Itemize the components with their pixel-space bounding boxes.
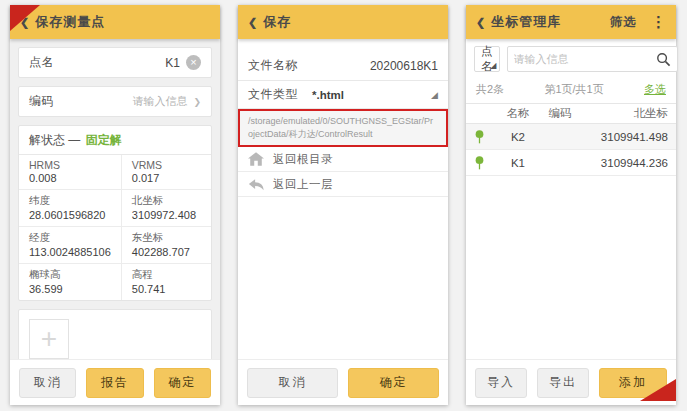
- row-name: K1: [492, 157, 544, 169]
- metric-east: 东坐标 402288.707: [121, 227, 211, 264]
- reply-arrow-icon: [248, 178, 264, 191]
- back-to-root-label: 返回根目录: [273, 152, 333, 167]
- back-icon[interactable]: ❮: [476, 16, 485, 29]
- export-button[interactable]: 导出: [537, 368, 589, 398]
- save-point-footer: 取消 报告 确定: [10, 359, 220, 405]
- file-name-value: 20200618K1: [370, 59, 438, 73]
- total-count: 共2条: [476, 82, 504, 97]
- point-name-label: 点名: [29, 54, 54, 71]
- file-type-field[interactable]: 文件类型 *.html ◢: [238, 81, 448, 109]
- dropdown-icon: ◢: [490, 61, 496, 70]
- metric-vrms: VRMS 0.017: [121, 155, 211, 190]
- code-field[interactable]: 编码 请输入信息 ❯: [18, 86, 212, 117]
- search-field-selector[interactable]: 点名 ◢: [474, 46, 500, 72]
- table-row[interactable]: K1 3109944.236: [466, 150, 676, 176]
- back-to-parent-label: 返回上一层: [273, 177, 333, 192]
- search-input[interactable]: [514, 53, 656, 65]
- ok-button[interactable]: 确定: [154, 368, 211, 398]
- file-type-label: 文件类型: [248, 86, 298, 103]
- row-north: 3109941.498: [576, 131, 668, 143]
- metrics-grid: HRMS 0.008 VRMS 0.017 纬度 28.0601596820 北…: [19, 155, 211, 300]
- metric-longitude: 经度 113.0024885106: [19, 227, 121, 264]
- back-icon[interactable]: ❮: [248, 16, 257, 29]
- page-title: 保存: [263, 13, 291, 31]
- clear-icon[interactable]: ×: [186, 55, 201, 70]
- save-point-header: ❮ 保存测量点: [10, 5, 220, 39]
- list-summary: 共2条 第1页/共1页 多选: [466, 78, 676, 104]
- overflow-menu-icon[interactable]: ⋮: [651, 13, 666, 31]
- col-code: 编码: [544, 106, 576, 121]
- cancel-button[interactable]: 取消: [247, 368, 338, 398]
- save-file-footer: 取消 确定: [238, 359, 448, 405]
- coord-library-header: ❮ 坐标管理库 筛选 ⋮: [466, 5, 676, 39]
- search-icon[interactable]: [656, 52, 671, 67]
- annotation-corner-icon: [10, 5, 40, 31]
- metric-hrms: HRMS 0.008: [19, 155, 121, 190]
- add-photo-icon[interactable]: +: [29, 319, 69, 359]
- page-title: 坐标管理库: [491, 13, 561, 31]
- solution-status-value: 固定解: [86, 133, 122, 147]
- ok-button[interactable]: 确定: [348, 368, 439, 398]
- metric-elevation: 高程 50.741: [121, 264, 211, 300]
- row-north: 3109944.236: [576, 157, 668, 169]
- annotation-corner-icon: [640, 379, 676, 401]
- solution-status-label: 解状态 —: [29, 133, 80, 147]
- point-pin-icon: [466, 156, 492, 170]
- point-name-value: K1: [165, 56, 180, 70]
- import-button[interactable]: 导入: [475, 368, 527, 398]
- col-name: 名称: [492, 106, 544, 121]
- report-button[interactable]: 报告: [86, 368, 143, 398]
- file-name-label: 文件名称: [248, 57, 298, 74]
- cancel-button[interactable]: 取消: [19, 368, 76, 398]
- page-indicator: 第1页/共1页: [544, 82, 603, 97]
- home-icon: [248, 152, 264, 166]
- page-title: 保存测量点: [35, 13, 105, 31]
- screenshot-canvas: ❮ 保存测量点 点名 K1 × 编码 请输入信息 ❯ 解状态 — 固定解: [0, 0, 687, 411]
- current-path: /storage/emulated/0/SOUTHGNSS_EGStar/Pro…: [238, 109, 448, 147]
- table-body: K2 3109941.498 K1 3109944.236: [466, 124, 676, 176]
- back-to-parent-item[interactable]: 返回上一层: [238, 172, 448, 197]
- back-to-root-item[interactable]: 返回根目录: [238, 147, 448, 172]
- panel-save-file: ❮ 保存 文件名称 20200618K1 文件类型 *.html ◢ /stor…: [238, 5, 448, 405]
- file-name-field[interactable]: 文件名称 20200618K1: [238, 51, 448, 81]
- metric-latitude: 纬度 28.0601596820: [19, 190, 121, 227]
- table-header: 名称 编码 北坐标: [466, 104, 676, 124]
- filter-button[interactable]: 筛选: [610, 14, 637, 31]
- metric-north: 北坐标 3109972.408: [121, 190, 211, 227]
- point-pin-icon: [466, 130, 492, 144]
- dropdown-icon[interactable]: ◢: [431, 90, 438, 100]
- solution-info-card: 解状态 — 固定解 HRMS 0.008 VRMS 0.017 纬度 28.06…: [18, 125, 212, 301]
- search-bar: 点名 ◢: [466, 39, 676, 78]
- save-file-header: ❮ 保存: [238, 5, 448, 39]
- chevron-right-icon: ❯: [193, 97, 201, 107]
- point-name-field[interactable]: 点名 K1 ×: [18, 47, 212, 78]
- row-name: K2: [492, 131, 544, 143]
- file-type-value: *.html: [312, 89, 344, 101]
- multi-select-link[interactable]: 多选: [644, 82, 666, 97]
- col-north: 北坐标: [576, 106, 668, 121]
- table-row[interactable]: K2 3109941.498: [466, 124, 676, 150]
- metric-ellipsoid-height: 椭球高 36.599: [19, 264, 121, 300]
- code-label: 编码: [29, 93, 54, 110]
- panel-coordinate-library: ❮ 坐标管理库 筛选 ⋮ 点名 ◢ 共2条 第1页/共1页 多选: [466, 5, 676, 405]
- code-placeholder: 请输入信息: [132, 94, 187, 109]
- solution-status: 解状态 — 固定解: [19, 126, 211, 155]
- search-box: [507, 46, 678, 72]
- panel-save-measure-point: ❮ 保存测量点 点名 K1 × 编码 请输入信息 ❯ 解状态 — 固定解: [10, 5, 220, 405]
